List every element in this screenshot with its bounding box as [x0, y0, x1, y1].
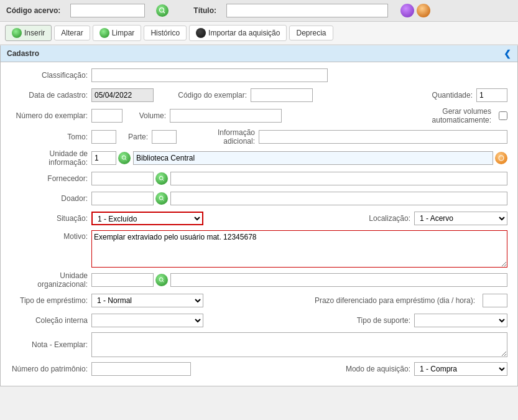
motivo-row: Motivo: Exemplar extraviado pelo usuário… [11, 230, 507, 268]
doador-row: Doador: [11, 190, 507, 207]
classificacao-row: Classificação: [11, 67, 507, 83]
alterar-button[interactable]: Alterar [54, 26, 90, 40]
svg-line-8 [162, 199, 164, 200]
unidade-org-input[interactable] [91, 273, 154, 287]
unidade-org-row: Unidade organizacional: [11, 271, 507, 289]
situacao-label: Situação: [11, 214, 91, 223]
importar-icon [196, 28, 206, 38]
section-title: Cadastro [7, 49, 39, 58]
unidade-info-search-icon[interactable] [118, 152, 131, 164]
classificacao-label: Classificação: [11, 71, 91, 80]
quantidade-label: Quantidade: [432, 91, 476, 100]
doador-search-icon[interactable] [155, 192, 168, 205]
historico-button[interactable]: Histórico [144, 26, 187, 40]
tipo-emprestimo-label: Tipo de empréstimo: [11, 296, 91, 305]
tomo-label: Tomo: [11, 133, 91, 141]
tipo-emprestimo-select[interactable]: 1 - Normal 2 - Especial 3 - Não circula [91, 294, 203, 307]
numero-exemplar-input[interactable] [91, 109, 123, 123]
limpar-button[interactable]: Limpar [93, 25, 142, 41]
localizacao-label: Localização: [358, 214, 414, 223]
nota-exemplar-row: Nota - Exemplar: [11, 332, 507, 357]
classificacao-input[interactable] [91, 68, 328, 82]
titulo-input[interactable] [226, 4, 388, 17]
unidade-org-text-input[interactable] [170, 273, 507, 287]
nota-exemplar-label: Nota - Exemplar: [11, 340, 91, 349]
tomo-input[interactable] [91, 130, 116, 144]
titulo-icon-orange[interactable] [417, 4, 430, 17]
unidade-info-row: Unidade de informação: [11, 149, 507, 167]
svg-point-4 [499, 156, 504, 161]
fornecedor-input[interactable] [91, 172, 154, 185]
colecao-interna-label: Coleção interna [11, 316, 91, 325]
parte-input[interactable] [152, 130, 177, 144]
form-section: Classificação: Data de cadastro: Código … [1, 62, 517, 386]
doador-label: Doador: [11, 194, 91, 203]
importar-button[interactable]: Importar da aquisição [189, 25, 287, 41]
motivo-label: Motivo: [11, 232, 91, 241]
tipo-suporte-label: Tipo de suporte: [346, 316, 414, 325]
situacao-select[interactable]: 1 - Excluído 2 - Disponível 3 - Empresta… [91, 212, 203, 225]
numero-exemplar-row: Número do exemplar: Volume: Gerar volume… [11, 107, 507, 124]
fornecedor-text-input[interactable] [170, 172, 507, 185]
volume-input[interactable] [170, 109, 282, 123]
tomo-row: Tomo: Parte: Informação adicional: [11, 128, 507, 146]
main-content: Classificação: Data de cadastro: Código … [0, 62, 518, 386]
unidade-info-orange-icon[interactable] [495, 152, 507, 164]
tipo-suporte-select[interactable] [414, 314, 507, 327]
prazo-label: Prazo diferenciado para empréstimo (dia … [311, 296, 479, 305]
top-bar: Código acervo: Título: [0, 0, 518, 22]
parte-label: Parte: [124, 133, 152, 141]
fornecedor-label: Fornecedor: [11, 174, 91, 183]
codigo-acervo-label: Código acervo: [6, 6, 60, 15]
codigo-exemplar-input[interactable] [251, 88, 313, 102]
unidade-info-input[interactable] [91, 151, 116, 165]
svg-point-0 [160, 8, 164, 12]
codigo-acervo-search-icon[interactable] [156, 4, 169, 17]
inserir-button[interactable]: Inserir [5, 25, 52, 41]
numero-patrimonio-input[interactable] [91, 362, 191, 376]
tipo-emprestimo-row: Tipo de empréstimo: 1 - Normal 2 - Espec… [11, 292, 507, 309]
patrimonio-row: Número do patrimônio: Modo de aquisição:… [11, 361, 507, 377]
nota-exemplar-textarea[interactable] [91, 332, 507, 357]
data-cadastro-row: Data de cadastro: Código do exemplar: Qu… [11, 87, 507, 103]
unidade-org-search-icon[interactable] [155, 274, 168, 286]
svg-point-2 [122, 156, 126, 159]
fornecedor-search-icon[interactable] [155, 172, 168, 185]
svg-point-7 [159, 196, 163, 200]
unidade-org-label: Unidade organizacional: [11, 271, 91, 289]
codigo-acervo-input[interactable] [70, 4, 145, 17]
unidade-info-label: Unidade de informação: [11, 149, 91, 167]
gerar-volumes-checkbox[interactable] [499, 111, 507, 120]
colecao-interna-select[interactable] [91, 314, 203, 327]
svg-point-5 [159, 176, 163, 180]
svg-line-1 [164, 12, 165, 14]
data-cadastro-input[interactable] [91, 88, 154, 102]
numero-patrimonio-label: Número do patrimônio: [11, 365, 91, 373]
volume-label: Volume: [132, 111, 170, 120]
prazo-dia-input[interactable] [483, 294, 507, 307]
deprecia-button[interactable]: Deprecia [289, 26, 333, 40]
section-header: Cadastro ❮ [0, 45, 518, 62]
titulo-icon-purple[interactable] [400, 4, 414, 17]
doador-input[interactable] [91, 192, 154, 205]
localizacao-select[interactable]: 1 - Acervo 2 - Outro [414, 212, 507, 225]
toolbar: Inserir Alterar Limpar Histórico Importa… [0, 22, 518, 45]
limpar-icon [99, 28, 109, 38]
data-cadastro-label: Data de cadastro: [11, 91, 91, 100]
modo-aquisicao-select[interactable]: 1 - Compra 2 - Doação [414, 362, 507, 376]
svg-line-10 [162, 281, 164, 282]
section-collapse-icon[interactable]: ❮ [504, 49, 511, 58]
unidade-info-text-input [133, 151, 493, 165]
motivo-textarea[interactable]: Exemplar extraviado pelo usuário mat. 12… [91, 230, 507, 268]
info-adicional-input[interactable] [259, 130, 507, 144]
situacao-row: Situação: 1 - Excluído 2 - Disponível 3 … [11, 210, 507, 226]
svg-line-6 [162, 179, 164, 180]
doador-text-input[interactable] [170, 192, 507, 205]
fornecedor-row: Fornecedor: [11, 170, 507, 187]
svg-point-9 [159, 278, 163, 281]
gerar-volumes-label: Gerar volumes automaticamente: [420, 107, 495, 124]
inserir-icon [12, 28, 22, 38]
quantidade-input[interactable] [476, 88, 507, 102]
modo-aquisicao-label: Modo de aquisição: [340, 365, 414, 373]
codigo-exemplar-label: Código do exemplar: [164, 91, 251, 100]
